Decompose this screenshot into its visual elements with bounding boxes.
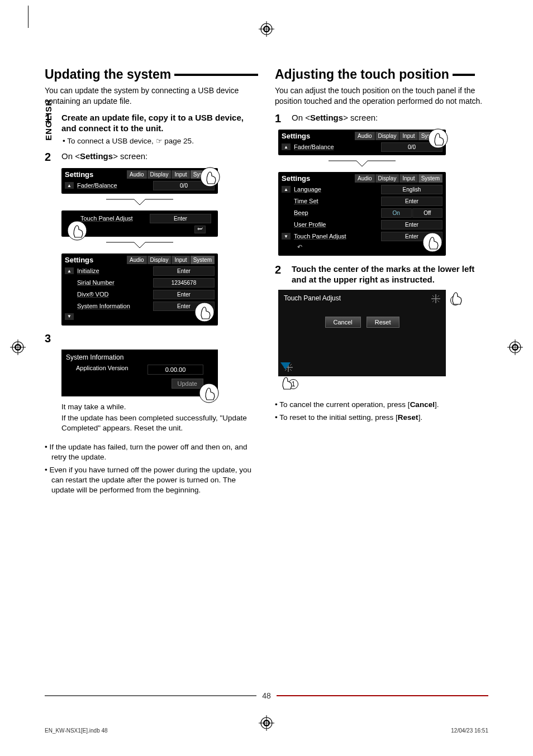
caption-complete: If the update has been completed success… [61,413,258,433]
list-value[interactable]: English [381,185,442,194]
settings-screenshot-2: Settings Audio Display Input System ▲Ini… [61,253,218,326]
tab-audio[interactable]: Audio [355,174,375,183]
back-icon[interactable]: ↶ [294,243,305,251]
finger-icon [200,167,220,187]
tab-display[interactable]: Display [375,174,399,183]
page-number-bar: 48 [45,691,488,700]
tab-audio[interactable]: Audio [127,170,147,179]
list-item[interactable]: Language [294,186,378,193]
touch-panel-adjust-label[interactable]: Touch Panel Adjust [80,215,146,222]
step1-title: Create an update file, copy it to a USB … [61,113,244,133]
tab-audio[interactable]: Audio [127,256,147,264]
heading-adjusting: Adjusting the touch position [275,67,488,82]
touch-panel-adjust-screenshot: Touch Panel Adjust Cancel Reset [278,290,446,376]
settings-title: Settings [282,132,355,140]
application-version-value: 0.00.00 [147,365,203,375]
footer: EN_KW-NSX1[E].indb 48 12/04/23 16:51 [45,728,488,734]
step-number: 1 [275,112,285,125]
finger-icon [422,232,442,252]
rule-left [45,695,256,697]
ellipsis-gap [278,159,446,169]
collapse-icon[interactable]: ⮨ [194,226,206,233]
settings-mid-row: Touch Panel Adjust Enter ⮨ [61,210,218,237]
intro-text: You can adjust the touch position on the… [275,85,488,107]
list-item[interactable]: Time Set [294,198,378,204]
enter-value[interactable]: Enter [150,214,211,223]
page-number: 48 [262,691,271,700]
list-value[interactable]: Enter [153,290,215,299]
up-arrow-icon[interactable]: ▲ [282,143,291,150]
step-2-right: 2 Touch the center of the marks at the l… [275,264,488,285]
application-version-label: Application Version [76,365,144,375]
list-value[interactable]: Enter [381,197,442,206]
finger-icon [428,128,448,149]
heading-text: Updating the system [45,67,171,82]
settings-title: Settings [65,170,127,179]
tab-input[interactable]: Input [399,174,417,183]
heading-updating: Updating the system [45,67,258,82]
list-value: 12345678 [153,278,215,288]
rule-right [277,695,488,697]
list-item[interactable]: Initialize [77,267,150,274]
list-item[interactable]: System Information [77,303,150,309]
tab-input[interactable]: Input [399,132,417,140]
fader-balance-label[interactable]: Fader/Balance [77,182,150,189]
list-item[interactable]: Beep [294,209,378,216]
down-triangle-icon [280,362,291,370]
tab-display[interactable]: Display [375,132,399,140]
tab-display[interactable]: Display [147,170,172,179]
heading-text: Adjusting the touch position [275,67,449,82]
up-arrow-icon[interactable]: ▲ [65,267,74,274]
tab-input[interactable]: Input [172,170,189,179]
settings-title: Settings [282,174,355,183]
step-1: 1 Create an update file, copy it to a US… [45,112,258,146]
finger-icon [199,383,219,403]
step1-sub: To connect a USB device, ☞ page 25. [69,136,258,146]
settings-screenshot-r1: Settings Audio Display Input System ▲ Fa… [278,130,446,155]
heading-rule [174,74,258,76]
down-arrow-icon[interactable]: ▼ [65,313,74,320]
target-mark-icon[interactable] [430,293,441,304]
up-arrow-icon[interactable]: ▲ [282,186,291,193]
touch-adjust-title: Touch Panel Adjust [278,290,446,307]
tab-input[interactable]: Input [172,256,189,264]
step-number: 1 [45,112,55,146]
cancel-button[interactable]: Cancel [325,317,361,328]
tab-system[interactable]: System [418,174,442,183]
tab-system[interactable]: System [191,256,215,264]
caption-wait: It may take a while. [61,402,258,412]
step-number: 3 [45,332,55,345]
finger-icon [276,372,296,393]
bullet-reset: To reset to the initial setting, press [… [282,413,488,423]
system-information-screenshot: System Information Application Version 0… [61,350,218,396]
list-item[interactable]: Divx® VOD [77,291,150,298]
fader-balance-label[interactable]: Fader/Balance [294,143,378,150]
heading-rule [453,74,475,76]
left-column: Updating the system You can update the s… [45,67,258,495]
list-value[interactable]: Enter [153,266,215,276]
intro-text: You can update the system by connecting … [45,85,258,107]
beep-toggle[interactable]: OnOff [381,208,442,218]
reset-button[interactable]: Reset [367,317,399,328]
list-item[interactable]: Sirial Number [77,279,150,286]
down-arrow-icon[interactable]: ▼ [282,233,291,240]
step-number: 2 [275,264,285,285]
finger-icon [194,302,215,322]
step-1-right: 1 On <Settings> screen: [275,112,488,125]
settings-screenshot-1: Settings Audio Display Input System ▲ Fa… [61,168,218,194]
sysinfo-title: System Information [65,352,215,363]
footer-timestamp: 12/04/23 16:51 [451,728,488,734]
up-arrow-icon[interactable]: ▲ [65,182,74,189]
tab-audio[interactable]: Audio [355,132,375,140]
settings-screenshot-r2: Settings Audio Display Input System ▲Lan… [278,172,446,256]
footer-filename: EN_KW-NSX1[E].indb 48 [45,728,108,734]
list-item[interactable]: Touch Panel Adjust [294,233,378,240]
step-2: 2 On <Settings> screen: [45,151,258,164]
tab-display[interactable]: Display [147,256,172,264]
finger-icon [446,288,466,308]
settings-title: Settings [65,256,127,264]
ellipsis-gap [61,197,218,207]
step2-title: Touch the center of the marks at the low… [292,264,474,285]
list-item[interactable]: User Profile [294,221,378,228]
list-value[interactable]: Enter [381,220,442,229]
